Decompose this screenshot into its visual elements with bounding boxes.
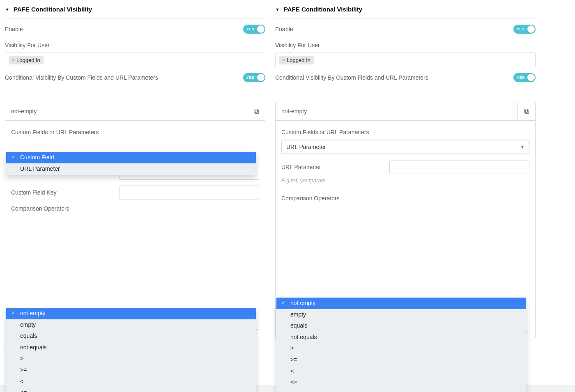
type-dropdown-list: Custom Field URL Parameter (6, 152, 256, 175)
url-parameter-label: URL Parameter (281, 164, 381, 170)
operator-dropdown-list: not empty empty equals not equals > >= <… (276, 298, 526, 392)
operator-option[interactable]: not empty (276, 298, 526, 309)
operator-option[interactable]: >= (276, 354, 526, 366)
operator-option[interactable]: empty (276, 309, 526, 321)
type-option-custom-field[interactable]: Custom Field (6, 152, 256, 163)
type-label: Custom Fields or URL Parameters (11, 129, 259, 135)
type-label: Custom Fields or URL Parameters (281, 129, 529, 135)
svg-rect-3 (524, 109, 527, 112)
operator-option[interactable]: not equals (6, 342, 256, 353)
copy-icon (523, 108, 530, 115)
visibility-for-user-label: Visibility For User (275, 42, 536, 48)
caret-down-icon: ▼ (5, 7, 9, 12)
user-tag[interactable]: × Logged In (9, 56, 44, 64)
section-title: PAFE Conditional Visibility (14, 6, 92, 13)
toggle-knob (527, 74, 535, 81)
conditional-visibility-label: Conditional Visibility By Custom Fields … (5, 74, 158, 81)
card-title: not-empty (5, 102, 247, 120)
condition-card: not-empty Custom Fields or URL Parameter… (275, 102, 536, 339)
operator-option[interactable]: > (6, 353, 256, 364)
operator-option[interactable]: <= (6, 387, 256, 392)
tag-label: Logged In (16, 57, 40, 63)
section-header[interactable]: ▼ PAFE Conditional Visibility (275, 0, 536, 19)
conditional-visibility-toggle[interactable]: YES (243, 73, 265, 82)
remove-tag-icon[interactable]: × (282, 57, 285, 63)
svg-rect-0 (255, 110, 258, 113)
toggle-yes: YES (517, 27, 525, 31)
remove-tag-icon[interactable]: × (12, 57, 15, 63)
operator-option[interactable]: <= (276, 377, 526, 388)
operator-option[interactable]: equals (6, 330, 256, 342)
user-tag[interactable]: × Logged In (279, 56, 314, 64)
operator-option[interactable]: >= (6, 364, 256, 376)
operator-select-wrapper: not empty empty equals not equals > >= <… (281, 206, 529, 306)
operator-option[interactable]: not equals (276, 332, 526, 343)
duplicate-button[interactable] (517, 102, 535, 120)
enable-label: Enable (5, 26, 23, 32)
type-value: URL Parameter (286, 144, 326, 150)
left-panel: ▼ PAFE Conditional Visibility Enable YES… (0, 0, 270, 375)
custom-field-key-input[interactable] (119, 186, 259, 199)
type-option-url-parameter[interactable]: URL Parameter (6, 163, 256, 175)
svg-rect-1 (254, 109, 257, 112)
operator-select-wrapper: not empty empty equals not equals > >= <… (11, 216, 259, 316)
url-parameter-hint: E.g ref, yourparam (281, 177, 529, 183)
enable-toggle[interactable]: YES (513, 25, 536, 34)
duplicate-button[interactable] (247, 102, 265, 120)
copy-icon (253, 108, 260, 115)
visibility-for-user-label: Visibility For User (5, 42, 265, 48)
type-select-wrapper: Custom Field URL Parameter (11, 140, 259, 160)
section-header[interactable]: ▼ PAFE Conditional Visibility (5, 0, 265, 19)
operator-option[interactable]: not empty (6, 308, 256, 319)
tag-label: Logged In (287, 57, 310, 63)
toggle-knob (257, 25, 264, 33)
operator-option[interactable]: empty (6, 319, 256, 331)
conditional-visibility-label: Conditional Visibility By Custom Fields … (275, 74, 428, 81)
toggle-yes: YES (246, 76, 255, 80)
comparison-operators-label: Comparison Operators (11, 205, 259, 212)
comparison-operators-label: Comparison Operators (281, 195, 529, 202)
operator-option[interactable]: equals (276, 320, 526, 332)
toggle-yes: YES (246, 27, 255, 31)
toggle-knob (527, 25, 535, 33)
visibility-for-user-input[interactable]: × Logged In (275, 53, 536, 67)
toggle-knob (257, 74, 264, 81)
condition-card: not-empty Custom Fields or URL Parameter… (5, 102, 265, 349)
operator-option[interactable]: > (276, 343, 526, 354)
type-select[interactable]: URL Parameter ▼ (281, 140, 529, 154)
url-parameter-input[interactable] (389, 160, 529, 174)
enable-label: Enable (275, 26, 293, 32)
caret-down-icon: ▼ (275, 7, 280, 12)
enable-toggle[interactable]: YES (243, 25, 265, 34)
card-title: not-empty (276, 102, 517, 120)
operator-dropdown-list: not empty empty equals not equals > >= <… (6, 308, 256, 392)
chevron-down-icon: ▼ (520, 145, 524, 149)
operator-option[interactable]: < (276, 366, 526, 377)
conditional-visibility-toggle[interactable]: YES (513, 73, 536, 82)
operator-option[interactable]: true (276, 388, 526, 392)
section-title: PAFE Conditional Visibility (284, 6, 362, 13)
svg-rect-2 (525, 110, 529, 113)
right-panel: ▼ PAFE Conditional Visibility Enable YES… (270, 0, 540, 375)
custom-field-key-label: Custom Field Key (11, 189, 111, 196)
visibility-for-user-input[interactable]: × Logged In (5, 53, 265, 67)
operator-option[interactable]: < (6, 376, 256, 387)
toggle-yes: YES (517, 76, 525, 80)
